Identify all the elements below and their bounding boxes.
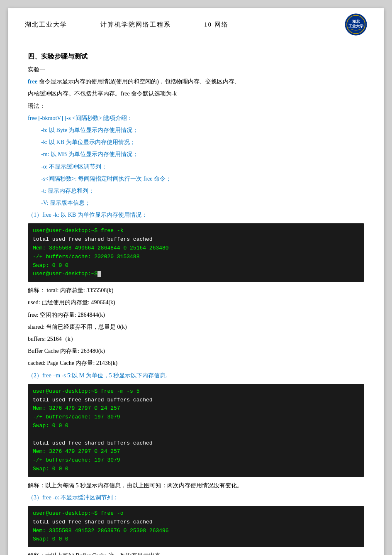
opt-k: -k: 以 KB 为单位显示内存使用情况； bbox=[41, 137, 364, 147]
t3-swap: Swap: 0 0 0 bbox=[33, 535, 359, 544]
terminal-3: user@user-desktop:~$ free -o total used … bbox=[28, 506, 364, 547]
cmd1-label: （1）free -k: 以 KB 为单位显示内存使用情况： bbox=[28, 210, 364, 220]
t2-mem1: Mem: 3276 479 2797 0 24 257 bbox=[33, 404, 359, 413]
syntax-line: free [-bkmotV] [-s <间隔秒数>]选项介绍： bbox=[28, 113, 364, 123]
t3-header: total used free shared buffers cached bbox=[33, 518, 359, 527]
main-content: 四、实验步骤与测试 实验一 free 命令显示显示内存的使用情况(使用的和空闲的… bbox=[8, 40, 384, 555]
cmd3-label: （3）free -o: 不显示缓冲区调节列： bbox=[28, 492, 364, 503]
exp-label: 实验一 bbox=[28, 64, 364, 75]
t2-header1: total used free shared buffers cached bbox=[33, 396, 359, 405]
t1-buf: -/+ buffers/cache: 202020 3153488 bbox=[33, 253, 359, 262]
header-col1: 湖北工业大学 bbox=[25, 21, 67, 29]
explain1-used: used: 已经使用的内存量: 490664(k) bbox=[28, 297, 364, 308]
svg-text:湖北: 湖北 bbox=[352, 20, 360, 24]
opt-s: -s<间隔秒数>: 每间隔指定时间执行一次 free 命令； bbox=[41, 174, 364, 184]
t1-header: total used free shared buffers cached bbox=[33, 235, 359, 244]
intro1: free 命令显示显示内存的使用情况(使用的和空闲的)，包括物理内存、交换区内存… bbox=[28, 76, 364, 87]
t2-blank bbox=[33, 430, 359, 439]
header-col3: 10 网络 bbox=[204, 21, 229, 29]
opt-b: -b: 以 Byte 为单位显示内存使用情况； bbox=[41, 125, 364, 135]
terminal-1: user@user-desktop:~$ free -k total used … bbox=[28, 223, 364, 282]
intro1-text: 命令显示显示内存的使用情况(使用的和空闲的)，包括物理内存、交换区内存、 bbox=[39, 78, 240, 85]
intro2: 内核缓冲区内存。不包括共享内存。free 命令默认选项为-k bbox=[28, 88, 364, 99]
explain3: 解释：由以上可知 Buffer Cache 这一列没有显示出来。 bbox=[28, 550, 364, 555]
header-col2: 计算机学院网络工程系 bbox=[100, 21, 171, 29]
t1-swap: Swap: 0 0 0 bbox=[33, 262, 359, 270]
page: 湖北工业大学 计算机学院网络工程系 10 网络 湖北 工业大学 四、实验步骤与测… bbox=[8, 8, 384, 555]
terminal-2: user@user-desktop:~$ free -m -s 5 total … bbox=[28, 384, 364, 477]
t2-swap1: Swap: 0 0 0 bbox=[33, 422, 359, 430]
explain1-total: 解释： total: 内存总量: 3355508(k) bbox=[28, 285, 364, 296]
explain1-buffers: buffers: 25164（k） bbox=[28, 334, 364, 344]
svg-text:工业大学: 工业大学 bbox=[348, 24, 363, 28]
cmd2-label: （2）free –m -s 5:以 M 为单位，5 秒显示以下内存信息. bbox=[28, 370, 364, 381]
university-logo: 湖北 工业大学 bbox=[345, 13, 367, 36]
t2-prompt: user@user-desktop:~$ free -m -s 5 bbox=[33, 387, 359, 396]
t2-swap2: Swap: 0 0 0 bbox=[33, 465, 359, 474]
t2-mem2: Mem: 3276 479 2797 0 24 257 bbox=[33, 447, 359, 456]
syntax-label: 语法： bbox=[28, 101, 364, 111]
explain1-free: free: 空闲的内存量: 2864844(k) bbox=[28, 310, 364, 320]
t3-prompt: user@user-desktop:~$ free -o bbox=[33, 509, 359, 518]
t3-mem: Mem: 3355508 491532 2863976 0 25308 2634… bbox=[33, 527, 359, 535]
t1-prompt: user@user-desktop:~$ free -k bbox=[33, 227, 359, 235]
content-box: 四、实验步骤与测试 实验一 free 命令显示显示内存的使用情况(使用的和空闲的… bbox=[21, 48, 371, 555]
t2-buf1: -/+ buffers/cache: 197 3079 bbox=[33, 413, 359, 422]
explain1-cached: cached: Page Cache 内存量: 21436(k) bbox=[28, 358, 364, 368]
opt-t: -t: 显示内存总和列； bbox=[41, 186, 364, 196]
explain1-shared: shared: 当前已经废弃不用，总量是 0(k) bbox=[28, 322, 364, 332]
t1-prompt2: user@user-desktop:~$ bbox=[33, 270, 359, 279]
t2-buf2: -/+ buffers/cache: 197 3079 bbox=[33, 456, 359, 465]
opt-m: -m: 以 MB 为单位显示内存使用情况； bbox=[41, 149, 364, 159]
section-title: 四、实验步骤与测试 bbox=[28, 52, 364, 61]
opt-v: -V: 显示版本信息； bbox=[41, 198, 364, 208]
opt-o: -o: 不显示缓冲区调节列； bbox=[41, 161, 364, 172]
t2-header2: total used free shared buffers cached bbox=[33, 439, 359, 448]
explain1-cache: Buffer Cache 内存量: 263480(k) bbox=[28, 346, 364, 356]
t1-mem: Mem: 3355508 490664 2864844 0 25164 2634… bbox=[33, 244, 359, 253]
page-header: 湖北工业大学 计算机学院网络工程系 10 网络 湖北 工业大学 bbox=[8, 8, 384, 40]
free-keyword: free bbox=[28, 78, 37, 85]
explain2: 解释：以上为每隔 5 秒显示内存信息，由以上图可知：两次内存使用情况没有变化。 bbox=[28, 480, 364, 491]
cursor-1 bbox=[97, 271, 101, 277]
